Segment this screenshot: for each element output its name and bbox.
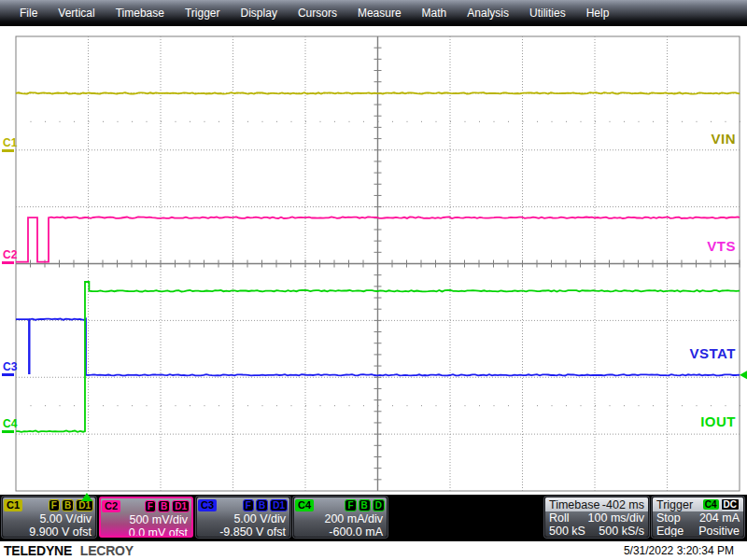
channel-flag-badge-b: B [256, 499, 268, 511]
channel-id-badge: C4 [295, 499, 314, 511]
status-bar: C1FBD15.00 V/div9.900 V ofstC2FBD1500 mV… [0, 495, 747, 541]
brand-logo: TELEDYNE LECROY [0, 543, 134, 558]
menu-item-help[interactable]: Help [576, 0, 620, 26]
channel-zero-marker-c4[interactable] [2, 430, 14, 433]
channel-flag-badge-b: B [158, 500, 170, 512]
trigger-type: Edge [656, 525, 684, 538]
trigger-badges: C4 DC [703, 498, 740, 511]
timebase-header: Timebase -402 ms [545, 497, 648, 511]
timebase-scale: 100 ms/div [588, 511, 644, 525]
channel-offset: -600.0 mA [294, 525, 387, 538]
trace-name-iout: IOUT [700, 413, 736, 429]
trigger-level-marker[interactable] [740, 371, 747, 380]
channel-id-badge: C3 [198, 499, 217, 511]
channel-flag-badge-f: F [49, 499, 60, 511]
footer-bar: TELEDYNE LECROY 5/31/2022 3:20:34 PM [0, 541, 747, 560]
trigger-title: Trigger [656, 498, 693, 511]
channel-label-c4[interactable]: C4 [3, 417, 17, 430]
trigger-row-state: Stop 204 mA [653, 511, 743, 525]
menu-item-math[interactable]: Math [412, 0, 458, 26]
trigger-state: Stop [656, 511, 681, 525]
datetime-label: 5/31/2022 3:20:34 PM [624, 544, 747, 557]
menu-item-analysis[interactable]: Analysis [457, 0, 519, 26]
menu-bar: FileVerticalTimebaseTriggerDisplayCursor… [0, 0, 747, 26]
trigger-level: 204 mA [699, 511, 740, 525]
brand-lecroy: LECROY [80, 543, 134, 558]
trigger-row-type: Edge Positive [653, 525, 743, 538]
channel-scale: 5.00 V/div [197, 512, 289, 525]
channel-offset: 9.900 V ofst [3, 525, 95, 538]
trigger-header: Trigger C4 DC [653, 497, 743, 511]
menu-item-measure[interactable]: Measure [347, 0, 412, 26]
channel-flag-badge-b: B [62, 499, 74, 511]
channel-flag-badge-f: F [145, 500, 156, 512]
channel-offset: 0.0 mV ofst [101, 526, 191, 538]
channel-descriptor-header: C4FBD [294, 497, 387, 512]
channel-id-badge: C2 [102, 500, 120, 512]
channel-flag-badge-f: F [243, 499, 254, 511]
trigger-descriptor[interactable]: Trigger C4 DC Stop 204 mA Edge Positive [652, 497, 744, 538]
menu-item-trigger[interactable]: Trigger [175, 0, 231, 26]
channel-scale: 500 mV/div [101, 513, 191, 526]
channel-descriptor-header: C2FBD1 [101, 498, 191, 513]
channel-descriptor-c4[interactable]: C4FBD200 mA/div-600.0 mA [293, 497, 388, 538]
channel-scale: 200 mA/div [294, 512, 387, 525]
oscilloscope-screen: FileVerticalTimebaseTriggerDisplayCursor… [0, 0, 747, 560]
channel-zero-marker-c2[interactable] [2, 261, 14, 264]
channel-id-badge: C1 [4, 499, 22, 511]
trigger-slope: Positive [698, 525, 740, 538]
menu-item-vertical[interactable]: Vertical [48, 0, 105, 26]
timebase-position: -402 ms [602, 498, 644, 511]
menu-item-utilities[interactable]: Utilities [519, 0, 576, 26]
channel-scale: 5.00 V/div [3, 512, 95, 525]
menu-item-timebase[interactable]: Timebase [106, 0, 175, 26]
trigger-source-badge: C4 [703, 499, 719, 510]
brand-teledyne: TELEDYNE [4, 543, 72, 558]
channel-descriptor-c3[interactable]: C3FBD15.00 V/div-9.850 V ofst [196, 497, 290, 538]
timebase-samples: 500 kS [549, 525, 585, 538]
menu-item-file[interactable]: File [9, 0, 48, 26]
channel-flag-badge-b: B [359, 499, 371, 511]
timebase-row-mode: Roll 100 ms/div [545, 511, 648, 525]
channel-flag-badge-d: D [373, 499, 385, 511]
channel-label-c3[interactable]: C3 [3, 360, 17, 373]
channel-descriptor-c2[interactable]: C2FBD1500 mV/div0.0 mV ofst [99, 497, 193, 538]
channel-zero-marker-c1[interactable] [2, 149, 14, 152]
channel-label-c1[interactable]: C1 [3, 136, 17, 149]
channel-flag-badge-d1: D1 [172, 500, 190, 512]
trace-name-vts: VTS [707, 238, 736, 254]
channel-flag-badge-d1: D1 [270, 499, 288, 511]
channel-offset: -9.850 V ofst [197, 525, 289, 538]
timebase-rate: 500 kS/s [599, 525, 644, 538]
channel-descriptor-header: C3FBD1 [197, 497, 289, 512]
channel-label-c2[interactable]: C2 [3, 248, 17, 261]
menu-item-cursors[interactable]: Cursors [288, 0, 347, 26]
waveform-plot [0, 26, 747, 495]
channel-descriptor-c1[interactable]: C1FBD15.00 V/div9.900 V ofst [2, 497, 96, 538]
channel-flag-badge-f: F [345, 499, 356, 511]
timebase-row-sampling: 500 kS 500 kS/s [545, 525, 648, 538]
waveform-display: C1C2C3C4 VINVTSVSTATIOUT [0, 26, 747, 495]
channel-descriptor-header: C1FBD1 [3, 497, 95, 512]
menu-item-display[interactable]: Display [231, 0, 288, 26]
trace-name-vin: VIN [711, 131, 736, 147]
channel-zero-marker-c3[interactable] [2, 373, 14, 376]
timebase-mode: Roll [549, 511, 570, 525]
trace-name-vstat: VSTAT [690, 345, 736, 361]
timebase-descriptor[interactable]: Timebase -402 ms Roll 100 ms/div 500 kS … [544, 497, 649, 538]
timebase-title: Timebase [549, 498, 599, 511]
trigger-coupling-badge: DC [721, 498, 740, 511]
